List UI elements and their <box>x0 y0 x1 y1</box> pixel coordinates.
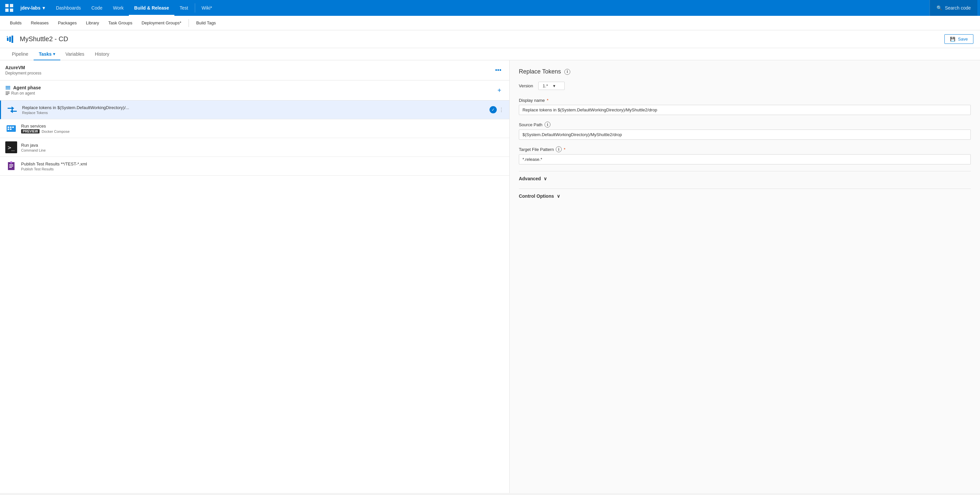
display-name-required: * <box>547 98 549 103</box>
replace-tokens-icon <box>6 104 18 116</box>
nav-work[interactable]: Work <box>108 0 129 16</box>
display-name-group: Display name * <box>519 98 971 115</box>
azure-vm-name: AzureVM <box>5 65 41 70</box>
display-name-input[interactable] <box>519 105 971 115</box>
svg-rect-13 <box>6 94 8 95</box>
run-agent-icon <box>5 91 10 95</box>
sub-navigation: Builds Releases Packages Library Task Gr… <box>0 16 980 30</box>
svg-rect-11 <box>6 92 10 92</box>
publish-test-icon <box>5 160 17 172</box>
tab-history[interactable]: History <box>90 48 115 60</box>
panel-title-row: Replace Tokens ℹ <box>519 68 971 75</box>
version-selector[interactable]: 1.* ▾ <box>538 82 565 90</box>
org-dropdown-icon: ▾ <box>43 5 45 11</box>
preview-badge: PREVIEW <box>21 129 40 134</box>
control-options-section: Control Options ∨ <box>519 188 971 203</box>
control-options-label: Control Options <box>519 193 554 199</box>
tab-tasks[interactable]: Tasks ▾ <box>33 48 60 60</box>
org-name: jdev-labs <box>21 5 41 11</box>
title-info-icon[interactable]: ℹ <box>564 69 570 75</box>
task-run-java-sub: Command Line <box>21 148 46 152</box>
task-publish-test-sub: Publish Test Results <box>21 167 54 171</box>
task-run-services-sub: Docker Compose <box>41 129 70 134</box>
nav-wiki[interactable]: Wiki* <box>196 0 218 16</box>
task-replace-tokens[interactable]: Replace tokens in $(System.DefaultWorkin… <box>0 100 509 119</box>
svg-rect-0 <box>5 4 9 7</box>
page-title: MyShuttle2 - CD <box>20 35 944 43</box>
subnav-releases[interactable]: Releases <box>26 16 53 30</box>
control-options-header[interactable]: Control Options ∨ <box>519 188 971 203</box>
svg-rect-10 <box>6 89 10 89</box>
agent-phase-sub: Run on agent <box>11 91 35 95</box>
azure-vm-section: AzureVM Deployment process ••• <box>0 60 509 80</box>
nav-test[interactable]: Test <box>174 0 194 16</box>
task-publish-test[interactable]: Publish Test Results **/TEST-*.xml Publi… <box>0 157 509 176</box>
task-run-services[interactable]: Run services PREVIEW Docker Compose <box>0 119 509 138</box>
task-run-java[interactable]: >_ Run java Command Line <box>0 138 509 157</box>
target-file-pattern-info-icon[interactable]: ℹ <box>556 146 562 152</box>
target-file-pattern-label: Target File Pattern <box>519 147 554 152</box>
svg-rect-16 <box>13 111 17 112</box>
task-replace-tokens-sub: Replace Tokens <box>22 111 48 115</box>
org-selector[interactable]: jdev-labs ▾ <box>17 4 48 12</box>
save-icon: 💾 <box>950 37 955 41</box>
tasks-dropdown-icon: ▾ <box>53 52 55 56</box>
svg-rect-14 <box>8 108 11 109</box>
nav-dashboards[interactable]: Dashboards <box>51 0 86 16</box>
display-name-label: Display name <box>519 98 545 103</box>
source-path-input[interactable] <box>519 129 971 140</box>
version-row: Version 1.* ▾ <box>519 82 971 90</box>
main-content: AzureVM Deployment process ••• Agent pha… <box>0 60 980 493</box>
subnav-build-tags[interactable]: Build Tags <box>191 16 221 30</box>
svg-rect-1 <box>10 4 13 7</box>
nav-build-release[interactable]: Build & Release <box>129 0 174 16</box>
search-code-button[interactable]: 🔍 Search code <box>929 0 977 16</box>
tab-bar: Pipeline Tasks ▾ Variables History <box>0 48 980 60</box>
left-panel: AzureVM Deployment process ••• Agent pha… <box>0 60 510 493</box>
subnav-library[interactable]: Library <box>81 16 104 30</box>
svg-rect-22 <box>8 129 9 130</box>
advanced-chevron-icon: ∨ <box>544 176 547 181</box>
subnav-deployment-groups[interactable]: Deployment Groups* <box>137 16 186 30</box>
source-path-info-icon[interactable]: ℹ <box>544 122 550 127</box>
task-run-services-name: Run services <box>21 124 504 129</box>
svg-rect-8 <box>6 86 10 87</box>
task-publish-test-name: Publish Test Results **/TEST-*.xml <box>21 161 504 166</box>
task-run-java-name: Run java <box>21 143 504 148</box>
azure-vm-more-button[interactable]: ••• <box>492 65 504 75</box>
tab-variables[interactable]: Variables <box>60 48 90 60</box>
advanced-section: Advanced ∨ <box>519 171 971 186</box>
svg-rect-12 <box>6 93 10 94</box>
subnav-task-groups[interactable]: Task Groups <box>103 16 137 30</box>
svg-rect-21 <box>12 127 14 128</box>
add-task-button[interactable]: + <box>495 86 504 95</box>
top-nav-items: Dashboards Code Work Build & Release Tes… <box>51 0 930 16</box>
version-label: Version <box>519 83 533 88</box>
svg-rect-20 <box>10 127 11 128</box>
svg-rect-5 <box>9 37 11 42</box>
target-file-pattern-group: Target File Pattern ℹ * <box>519 146 971 164</box>
subnav-packages[interactable]: Packages <box>53 16 81 30</box>
nav-divider <box>195 3 195 13</box>
agent-phase-section: Agent phase Run on agent + <box>0 80 509 100</box>
search-icon: 🔍 <box>937 5 942 11</box>
tab-pipeline[interactable]: Pipeline <box>6 48 33 60</box>
target-file-pattern-input[interactable] <box>519 154 971 164</box>
subnav-builds[interactable]: Builds <box>5 16 26 30</box>
svg-rect-23 <box>10 129 11 130</box>
command-line-icon: >_ <box>5 142 17 153</box>
svg-rect-3 <box>10 9 13 12</box>
task-enabled-check[interactable]: ✓ <box>490 106 497 113</box>
panel-title: Replace Tokens <box>519 68 561 75</box>
save-button[interactable]: 💾 Save <box>944 34 974 44</box>
source-path-label: Source Path <box>519 122 542 127</box>
advanced-header[interactable]: Advanced ∨ <box>519 171 971 186</box>
azure-vm-sub: Deployment process <box>5 71 41 75</box>
version-dropdown-icon: ▾ <box>553 83 555 88</box>
nav-code[interactable]: Code <box>86 0 107 16</box>
version-value: 1.* <box>542 83 548 88</box>
svg-rect-4 <box>7 38 9 41</box>
pipeline-icon <box>6 35 16 44</box>
task-drag-handle[interactable]: ⋮ <box>499 107 504 113</box>
logo[interactable] <box>3 1 16 14</box>
